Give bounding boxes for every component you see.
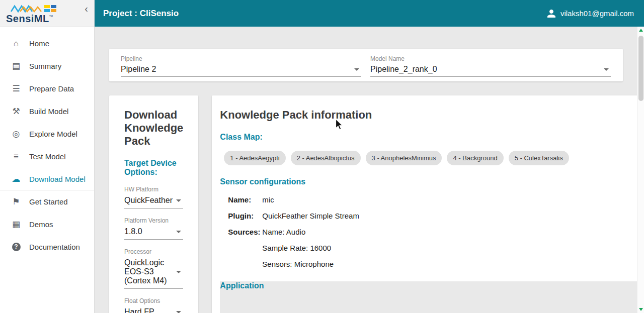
sensor-config-value: Name: Audio xyxy=(262,228,637,236)
sensor-config-row: Plugin: QuickFeather Simple Stream xyxy=(228,212,637,220)
scroll-up-arrow-icon[interactable] xyxy=(637,27,644,34)
scroll-down-arrow-icon[interactable] xyxy=(637,306,644,313)
summary-icon: ▤ xyxy=(10,61,22,71)
sidebar-item-label: Summary xyxy=(29,62,61,70)
device-option-value: QuickFeather xyxy=(124,196,173,205)
home-icon: ⌂ xyxy=(10,39,22,49)
sensor-config-row: Sample Rate: 16000 xyxy=(228,244,637,252)
info-card-title: Knowledge Pack information xyxy=(220,109,637,122)
download-knowledge-pack-card: Download Knowledge Pack Target Device Op… xyxy=(109,95,198,313)
top-header: Project : CliSensio vilaksh01@gmail.com xyxy=(95,0,644,27)
sidebar-item-label: Download Model xyxy=(29,175,86,183)
download-model-icon: ☁ xyxy=(10,174,22,184)
class-chip: 3 - AnophelesMinimus xyxy=(366,151,442,165)
project-title: Project : CliSensio xyxy=(103,9,179,19)
sidebar-item-label: Documentation xyxy=(29,243,80,251)
sidebar-item[interactable]: ? Documentation xyxy=(0,236,94,258)
sidebar-item-label: Test Model xyxy=(29,152,66,161)
logo-text: SensiML™ xyxy=(6,14,62,24)
dropdown-arrow-icon[interactable] xyxy=(354,68,359,71)
device-option-value: Hard FP xyxy=(124,307,154,313)
device-option-select[interactable]: Processor QuickLogic EOS-S3 (Cortex M4) xyxy=(124,248,183,289)
class-map-heading: Class Map: xyxy=(220,133,637,142)
test-model-icon: ≡ xyxy=(10,152,22,162)
user-email: vilaksh01@gmail.com xyxy=(560,9,634,18)
class-chip: 1 - AedesAegypti xyxy=(224,151,285,165)
model-name-select-value: Pipeline_2_rank_0 xyxy=(370,65,437,74)
sensor-config-label: Plugin: xyxy=(228,212,262,220)
device-option-value: QuickLogic EOS-S3 (Cortex M4) xyxy=(124,258,176,285)
device-option-select[interactable]: HW Platform QuickFeather xyxy=(124,186,183,208)
sensiml-logo: SensiML™ xyxy=(6,4,62,24)
model-name-select[interactable]: Model Name Pipeline_2_rank_0 xyxy=(370,55,611,73)
device-option-value: 1.8.0 xyxy=(124,227,142,236)
pipeline-select-value: Pipeline 2 xyxy=(121,65,156,74)
application-heading: Application xyxy=(220,281,637,313)
sidebar-item-label: Explore Model xyxy=(29,130,77,138)
sensor-config-value: QuickFeather Simple Stream xyxy=(262,212,637,220)
class-chip: 4 - Background xyxy=(447,151,503,165)
device-option-select[interactable]: Float Options Hard FP xyxy=(124,297,183,313)
explore-model-icon: ◎ xyxy=(10,129,22,139)
model-name-select-label: Model Name xyxy=(370,55,611,62)
class-chip: 5 - CulexTarsalis xyxy=(509,151,569,165)
dropdown-arrow-icon[interactable] xyxy=(604,68,609,71)
sidebar-item-label: Prepare Data xyxy=(29,84,74,93)
class-chip: 2 - AedesAlbopictus xyxy=(291,151,361,165)
pipeline-select[interactable]: Pipeline Pipeline 2 xyxy=(121,55,361,73)
prepare-data-icon: ☰ xyxy=(10,83,22,94)
sidebar-item-label: Home xyxy=(29,39,49,48)
sidebar: SensiML™ ‹ ⌂ Home ▤ Summary ☰ Prepare Da… xyxy=(0,0,95,313)
pipeline-select-label: Pipeline xyxy=(121,55,361,62)
dropdown-arrow-icon[interactable] xyxy=(176,231,181,233)
sensor-config-row: Sensors: Microphone xyxy=(228,260,637,268)
logo-area: SensiML™ ‹ xyxy=(0,0,94,27)
sensor-config-value: mic xyxy=(262,195,637,204)
sensor-config-label xyxy=(228,244,262,252)
sensor-config-label xyxy=(228,260,262,268)
dropdown-arrow-icon[interactable] xyxy=(176,311,181,313)
device-option-label: HW Platform xyxy=(124,186,183,193)
target-device-options-heading: Target Device Options: xyxy=(124,159,183,177)
sidebar-item-label: Demos xyxy=(29,220,53,229)
sensor-config-row: Sources: Name: Audio xyxy=(228,228,637,236)
logo-waves-icon xyxy=(10,4,62,14)
sidebar-item[interactable]: ≡ Test Model xyxy=(0,145,94,168)
device-option-label: Platform Version xyxy=(124,217,183,224)
class-map-chips: 1 - AedesAegypti 2 - AedesAlbopictus 3 -… xyxy=(224,151,637,165)
sidebar-item-label: Get Started xyxy=(29,197,68,206)
sidebar-item[interactable]: ⚑ Get Started xyxy=(0,190,94,213)
sidebar-item[interactable]: ⚒ Build Model xyxy=(0,100,94,123)
user-account-button[interactable]: vilaksh01@gmail.com xyxy=(546,9,634,19)
sensor-configuration-rows: Name: mic Plugin: QuickFeather Simple St… xyxy=(228,195,637,268)
sensor-config-label: Name: xyxy=(228,195,262,204)
person-icon xyxy=(546,9,556,19)
get-started-icon: ⚑ xyxy=(10,196,22,207)
sidebar-item-label: Build Model xyxy=(29,107,68,116)
scrollbar[interactable] xyxy=(637,27,644,313)
main-content: Pipeline Pipeline 2 Model Name Pipeline_… xyxy=(95,27,637,313)
sidebar-item[interactable]: ⌂ Home xyxy=(0,32,94,55)
documentation-icon: ? xyxy=(10,243,22,251)
app-window: SensiML™ ‹ ⌂ Home ▤ Summary ☰ Prepare Da… xyxy=(0,0,644,313)
sensor-config-value: Sensors: Microphone xyxy=(262,260,637,268)
sidebar-item[interactable]: ▤ Summary xyxy=(0,55,94,77)
build-model-icon: ⚒ xyxy=(10,106,22,117)
sensor-config-row: Name: mic xyxy=(228,195,637,204)
sidebar-item[interactable]: ☁ Download Model xyxy=(0,168,94,190)
sidebar-item[interactable]: ◎ Explore Model xyxy=(0,123,94,145)
pipeline-selector-bar: Pipeline Pipeline 2 Model Name Pipeline_… xyxy=(109,49,623,81)
dropdown-arrow-icon[interactable] xyxy=(176,271,181,273)
sensor-config-label: Sources: xyxy=(228,228,262,236)
device-option-select[interactable]: Platform Version 1.8.0 xyxy=(124,217,183,240)
sidebar-item[interactable]: ▦ Demos xyxy=(0,213,94,236)
sensor-config-value: Sample Rate: 16000 xyxy=(262,244,637,252)
device-option-label: Float Options xyxy=(124,297,183,304)
demos-icon: ▦ xyxy=(10,219,22,230)
sidebar-nav: ⌂ Home ▤ Summary ☰ Prepare Data ⚒ Build … xyxy=(0,27,94,258)
dropdown-arrow-icon[interactable] xyxy=(176,199,181,202)
scrollbar-thumb[interactable] xyxy=(638,36,643,101)
sidebar-item[interactable]: ☰ Prepare Data xyxy=(0,77,94,100)
sidebar-collapse-icon[interactable]: ‹ xyxy=(82,2,91,16)
download-card-title: Download Knowledge Pack xyxy=(124,109,183,148)
